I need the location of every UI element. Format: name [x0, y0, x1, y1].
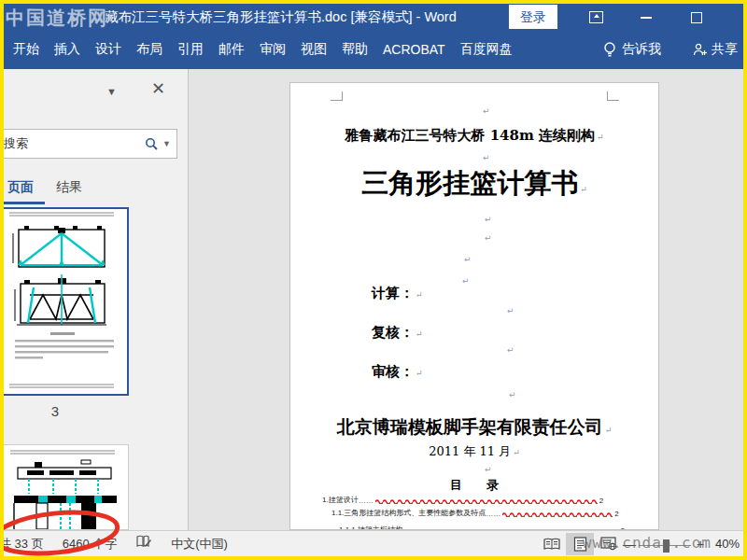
- paragraph-mark-icon: ↵: [416, 369, 423, 378]
- zoom-level[interactable]: 40%: [708, 537, 740, 551]
- tell-me-label: 告诉我: [622, 41, 661, 58]
- field-calculated-by: 计算：↵: [372, 285, 423, 302]
- word-window: 藏布江三号特大桥三角形挂篮计算书.doc [兼容模式] - Word 登录 开始…: [0, 0, 747, 560]
- ribbon-tab-row: 开始 插入 设计 布局 引用 邮件 审阅 视图 帮助 ACROBAT 百度网盘 …: [4, 30, 743, 69]
- truss-diagram-thumbnail: [4, 209, 127, 394]
- paragraph-mark-icon: ↵: [485, 466, 492, 474]
- paragraph-mark-icon: ↵: [483, 154, 490, 162]
- navigation-pane: ▼ ✕ 搜索 ▼ 页面 结果: [4, 69, 189, 530]
- paragraph-mark-icon: ↵: [513, 448, 520, 457]
- page-count-status[interactable]: 共 33 页: [0, 536, 44, 553]
- paragraph-mark-icon: ↵: [485, 216, 492, 224]
- toc-entry-page: 2: [599, 497, 603, 505]
- doc-company: 北京博瑞模板脚手架有限责任公司↵: [290, 415, 658, 440]
- margin-crop-mark-left: [331, 91, 343, 101]
- share-person-icon: [693, 42, 708, 57]
- tab-design[interactable]: 设计: [88, 41, 129, 58]
- paragraph-mark-icon: ↵: [580, 185, 587, 194]
- toc-entry-text: 1.1.三角形挂篮结构形式、主要性能参数及特点: [331, 508, 486, 518]
- paragraph-mark-icon: ↵: [605, 426, 613, 435]
- paragraph-mark-icon: ↵: [507, 307, 514, 315]
- doc-subtitle: 雅鲁藏布江三号特大桥 148m 连续刚构↵: [290, 127, 658, 145]
- field-checked-by: 复核：↵: [372, 324, 423, 342]
- search-icon[interactable]: [145, 137, 159, 151]
- read-mode-view-button[interactable]: [538, 533, 566, 555]
- login-button[interactable]: 登录: [509, 5, 557, 29]
- doc-date: 2011 年 11 月↵: [290, 443, 658, 460]
- nav-pane-tabs: 页面 结果: [4, 175, 93, 204]
- proofing-status-icon[interactable]: [135, 535, 152, 553]
- tab-home[interactable]: 开始: [6, 41, 47, 58]
- language-status[interactable]: 中文(中国): [171, 536, 228, 553]
- toc-entry[interactable]: 1.1.1.挂篮主桁结构 …… 2: [339, 524, 625, 530]
- tab-review[interactable]: 审阅: [252, 41, 293, 58]
- toc-title: 目 录: [290, 477, 658, 494]
- paragraph-mark-icon: ↵: [462, 277, 470, 286]
- watermark-bottom-right: www.cndao.com: [583, 534, 712, 552]
- pane-close-icon[interactable]: ✕: [151, 80, 165, 97]
- title-bar[interactable]: 藏布江三号特大桥三角形挂篮计算书.doc [兼容模式] - Word 登录: [4, 4, 743, 30]
- paragraph-mark-icon: ↵: [507, 346, 514, 355]
- tab-help[interactable]: 帮助: [334, 41, 375, 58]
- window-title: 藏布江三号特大桥三角形挂篮计算书.doc [兼容模式] - Word: [105, 8, 457, 26]
- share-label: 共享: [712, 41, 738, 58]
- paragraph-mark-icon: ↵: [483, 107, 490, 116]
- window-header: 藏布江三号特大桥三角形挂篮计算书.doc [兼容模式] - Word 登录 开始…: [4, 4, 743, 69]
- ribbon-display-options-icon[interactable]: [585, 9, 607, 25]
- nav-tab-results[interactable]: 结果: [45, 175, 93, 204]
- tab-insert[interactable]: 插入: [47, 41, 88, 58]
- paragraph-mark-icon: ↵: [597, 133, 604, 142]
- minimize-icon[interactable]: [635, 9, 657, 25]
- spellcheck-wavy-underline: [375, 497, 598, 504]
- paragraph-mark-icon: ↵: [485, 234, 492, 243]
- toc-entry[interactable]: 1.挂篮设计 …… 2: [322, 494, 625, 505]
- maximize-icon[interactable]: [685, 9, 708, 25]
- tab-view[interactable]: 视图: [293, 41, 334, 58]
- page-thumbnail-4[interactable]: [4, 444, 129, 530]
- page-thumbnail-3[interactable]: [4, 207, 129, 396]
- paragraph-mark-icon: ↵: [416, 329, 423, 339]
- document-page[interactable]: ↵ 雅鲁藏布江三号特大桥 148m 连续刚构↵ ↵ 三角形挂篮计算书↵ ↵ ↵ …: [289, 82, 659, 530]
- spellcheck-wavy-underline: [502, 511, 613, 517]
- toc-entry-text: 1.挂篮设计: [322, 495, 359, 505]
- thumbnail-page-number: 3: [4, 403, 106, 419]
- pane-options-chevron-down-icon[interactable]: ▼: [106, 86, 117, 97]
- nav-tab-pages[interactable]: 页面: [4, 175, 45, 204]
- tab-references[interactable]: 引用: [170, 41, 211, 58]
- word-count-status[interactable]: 6460 个字: [63, 536, 118, 553]
- tab-baidu-netdisk[interactable]: 百度网盘: [453, 41, 520, 58]
- paragraph-mark-icon: ↵: [416, 290, 423, 300]
- toc-entry[interactable]: 1.1.三角形挂篮结构形式、主要性能参数及特点 …… 2: [331, 507, 625, 518]
- tab-layout[interactable]: 布局: [129, 41, 170, 58]
- search-dropdown-icon[interactable]: ▼: [162, 139, 171, 148]
- toc-entry-page: 2: [614, 510, 618, 518]
- tab-mailings[interactable]: 邮件: [211, 41, 252, 58]
- search-input[interactable]: 搜索 ▼: [4, 129, 177, 159]
- tab-acrobat[interactable]: ACROBAT: [375, 42, 453, 57]
- lightbulb-icon: [603, 41, 616, 58]
- tell-me-box[interactable]: 告诉我: [603, 30, 661, 69]
- share-box[interactable]: 共享: [693, 30, 747, 69]
- field-reviewed-by: 审核：↵: [372, 363, 423, 381]
- doc-main-title: 三角形挂篮计算书↵: [290, 165, 658, 203]
- margin-crop-mark-right: [607, 91, 619, 101]
- document-canvas[interactable]: ↵ 雅鲁藏布江三号特大桥 148m 连续刚构↵ ↵ 三角形挂篮计算书↵ ↵ ↵ …: [189, 69, 743, 530]
- paragraph-mark-icon: ↵: [509, 391, 516, 399]
- paragraph-mark-icon: ↵: [464, 256, 472, 264]
- toc-leader-dots: ……: [486, 510, 500, 518]
- beam-diagram-thumbnail: [4, 445, 128, 529]
- watermark-top-left: 中国道桥网: [6, 6, 108, 31]
- search-text: 搜索: [4, 135, 145, 152]
- toc-leader-dots: ……: [359, 497, 374, 505]
